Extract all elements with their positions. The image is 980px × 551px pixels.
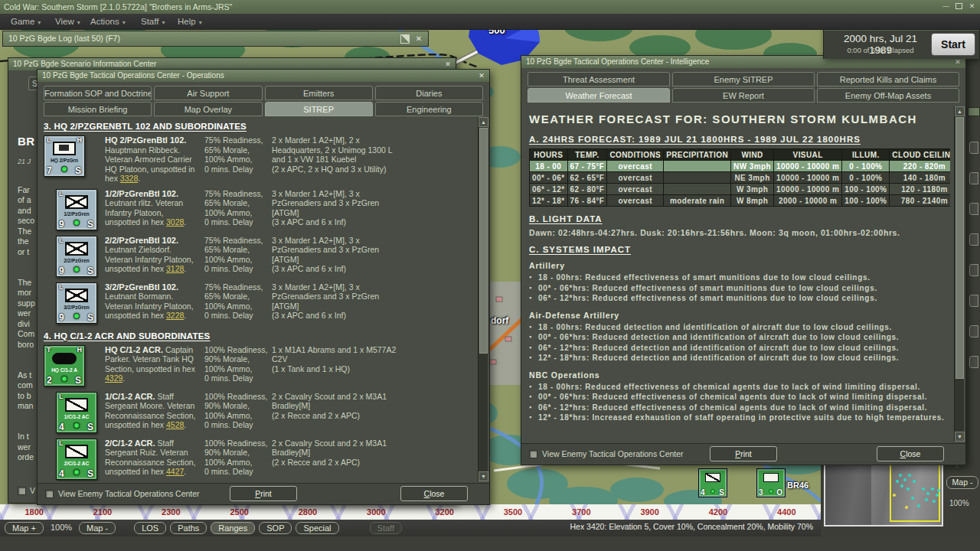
map-unit-counter[interactable]: 3 O xyxy=(756,468,786,497)
tab-map-overlay[interactable]: Map Overlay xyxy=(154,102,262,116)
minimap-viewport[interactable] xyxy=(890,464,940,522)
close-icon[interactable]: ✕ xyxy=(443,60,452,69)
log-window-titlebar[interactable]: 10 PzG Bgde Log (last 50) (F7) ✕ xyxy=(2,31,429,47)
scrollbar[interactable]: ▲ ▼ xyxy=(478,117,488,481)
menu-view[interactable]: View xyxy=(55,14,80,30)
edge-button[interactable] xyxy=(969,142,978,154)
unit-stats: 100% Readiness, 90% Morale, 100% Ammo, 0… xyxy=(204,345,272,386)
operations-window-titlebar[interactable]: 10 PzG Bgde Tactical Operations Center -… xyxy=(38,70,489,82)
hex-link[interactable]: 4329 xyxy=(105,373,122,383)
menu-staff[interactable]: Staff xyxy=(141,14,165,30)
hex-link[interactable]: 3028 xyxy=(166,217,184,227)
close-icon[interactable]: ✕ xyxy=(414,34,423,44)
unit-counter-icon[interactable]: L 2/C/1-2 AC 4S xyxy=(56,439,97,480)
menu-game[interactable]: Game xyxy=(11,14,41,30)
ranges-button[interactable]: Ranges xyxy=(211,522,255,534)
edge-button[interactable] xyxy=(969,295,978,307)
tab-threat-assessment[interactable]: Threat Assessment xyxy=(528,72,670,86)
close-button[interactable]: Close xyxy=(877,446,944,461)
unit-row: L 2/2/PzGren 9S 2/2/PzGrenBtl 102. Leutn… xyxy=(44,236,474,277)
edge-button[interactable] xyxy=(969,172,978,184)
hex-link[interactable]: 4528 xyxy=(166,420,184,429)
unit-counter-icon[interactable]: L 1/2/PzGren 9S xyxy=(56,189,97,230)
map-unit-counter[interactable]: 4 S xyxy=(698,468,727,497)
hex-link[interactable]: 3328 xyxy=(120,174,138,183)
sop-button[interactable]: SOP xyxy=(259,522,292,534)
tab-air-support[interactable]: Air Support xyxy=(154,86,262,100)
view-enemy-toc-checkbox[interactable] xyxy=(45,490,54,498)
map-minus-button[interactable]: Map - xyxy=(79,522,116,534)
edge-button[interactable] xyxy=(969,325,978,337)
edge-button[interactable] xyxy=(969,203,978,215)
map-plus-button[interactable]: Map + xyxy=(5,522,44,534)
unit-row: LH HQ 2/PzGrn 7S HQ 2/PzGrenBtl 102. Hau… xyxy=(44,135,474,184)
unit-equipment: 3 x Marder 1 A2+[M], 3 x PzGrenadiers an… xyxy=(272,189,406,230)
tab-enemy-sitrep[interactable]: Enemy SITREP xyxy=(672,72,815,86)
tab-mission-briefing[interactable]: Mission Briefing xyxy=(44,102,152,116)
edge-button[interactable] xyxy=(969,233,978,246)
los-button[interactable]: LOS xyxy=(134,522,166,534)
edge-button[interactable] xyxy=(969,356,978,368)
close-icon[interactable]: ✕ xyxy=(477,71,486,80)
print-button[interactable]: Print xyxy=(230,486,297,501)
checkbox[interactable] xyxy=(18,487,26,495)
unit-equipment: 3 x Marder 1 A2+[M], 3 x PzGrenadiers an… xyxy=(272,282,406,324)
staff-button[interactable]: Staff xyxy=(370,522,402,534)
unit-counter-icon[interactable]: L 3/2/PzGren 9S xyxy=(56,282,97,324)
recon-symbol-icon xyxy=(705,473,720,482)
section-a-heading: A. 24HRS FORECAST: 1989 JUL 21 1800HRS -… xyxy=(529,135,950,144)
hq-symbol-icon xyxy=(53,142,76,155)
hex-link[interactable]: 3228 xyxy=(166,311,184,320)
tab-ew-report[interactable]: EW Report xyxy=(672,88,815,103)
unit-equipment: 2 x Marder 1 A2+[M], 2 x Headquarters, 2… xyxy=(272,135,406,184)
paths-button[interactable]: Paths xyxy=(170,522,207,534)
restore-icon[interactable] xyxy=(956,3,962,9)
tab-diaries[interactable]: Diaries xyxy=(375,86,483,100)
minimize-icon[interactable]: — xyxy=(941,2,951,11)
section-b-heading: B. LIGHT DATA xyxy=(529,214,950,223)
status-dot-icon xyxy=(74,220,80,226)
tab-sitrep[interactable]: SITREP xyxy=(265,102,373,116)
unit-counter-icon[interactable]: TH HQ C/1-2 A 2S xyxy=(44,345,85,386)
edge-button[interactable] xyxy=(969,264,978,276)
map-minus-edge-button[interactable]: Map - xyxy=(946,476,978,489)
armor-symbol-icon xyxy=(763,473,779,482)
intelligence-window: 10 PzG Bgde Tactical Operations Center -… xyxy=(521,55,966,465)
menu-help[interactable]: Help xyxy=(178,14,202,30)
tab-enemy-offmap[interactable]: Enemy Off-Map Assets xyxy=(817,88,959,103)
view-enemy-toc-checkbox[interactable] xyxy=(529,450,537,458)
menu-actions[interactable]: Actions xyxy=(90,14,126,30)
unit-counter-icon[interactable]: L 1/C/1-2 AC 4S xyxy=(56,392,97,433)
weather-header-row: HOURSTEMP. CONDITIONSPRECIPITATION WINDV… xyxy=(530,149,951,161)
hex-link[interactable]: 3128 xyxy=(166,264,184,273)
unit-equipment: 2 x Cavalry Scout and 2 x M3A1 Bradley[M… xyxy=(272,392,406,433)
unit-row: L 3/2/PzGren 9S 3/2/PzGrenBtl 102. Leutn… xyxy=(44,282,474,324)
hex-column-ruler: 18002100 23002500 28003000 32003500 3700… xyxy=(0,504,821,520)
tank-symbol-icon xyxy=(52,353,77,364)
start-button[interactable]: Start xyxy=(931,33,975,56)
tab-emitters[interactable]: Emitters xyxy=(265,86,373,100)
unit-equipment: 2 x Cavalry Scout and 2 x M3A1 Bradley[M… xyxy=(272,439,406,480)
tab-formation-sop[interactable]: Formation SOP and Doctrine xyxy=(44,86,152,100)
hex-link[interactable]: 4427 xyxy=(166,467,184,476)
impact-nbc: NBC Operations 18 - 00hrs: Reduced effec… xyxy=(529,370,950,423)
unit-stats: 100% Readiness, 90% Morale, 100% Ammo, 0… xyxy=(204,439,272,480)
tab-weather-forecast[interactable]: Weather Forecast xyxy=(528,88,670,103)
sitrep-content: 3. HQ 2/PZGRENBTL 102 AND SUBORDINATES L… xyxy=(44,119,474,481)
unit-counter-icon[interactable]: L 2/2/PzGren 9S xyxy=(56,236,97,277)
special-button[interactable]: Special xyxy=(296,522,338,534)
infantry-symbol-icon xyxy=(65,242,88,256)
unit-counter-icon[interactable]: LH HQ 2/PzGrn 7S xyxy=(44,135,85,177)
print-button[interactable]: Print xyxy=(710,446,777,461)
tab-engineering[interactable]: Engineering xyxy=(375,102,483,116)
recon-symbol-icon xyxy=(65,398,88,412)
popout-icon[interactable] xyxy=(400,34,410,44)
game-screen: 500 dorf BR46 4 S 3 O Cold War: Southern… xyxy=(0,0,980,551)
unit-stats: 75% Readiness, 65% Morale, 100% Ammo, 0 … xyxy=(204,236,272,277)
scrollbar[interactable]: ▲ ▼ xyxy=(954,106,964,442)
close-icon[interactable]: ✕ xyxy=(967,2,977,11)
minimap[interactable] xyxy=(824,457,943,527)
scroll-down-icon: ▼ xyxy=(479,471,488,481)
close-button[interactable]: Close xyxy=(400,486,468,501)
tab-reported-kills[interactable]: Reported Kills and Claims xyxy=(817,72,959,86)
